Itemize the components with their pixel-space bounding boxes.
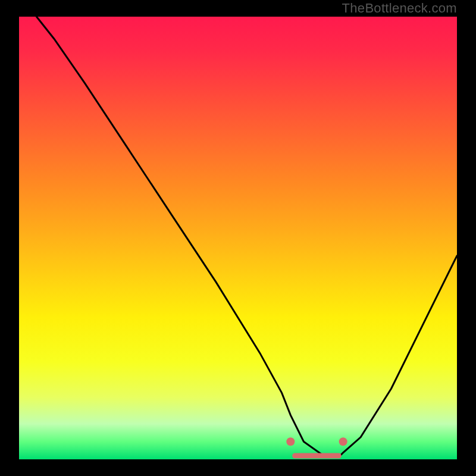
chart-svg <box>0 0 476 476</box>
recommended-end-marker <box>339 437 347 446</box>
bottleneck-curve <box>36 17 457 457</box>
recommended-start-marker <box>286 437 295 446</box>
